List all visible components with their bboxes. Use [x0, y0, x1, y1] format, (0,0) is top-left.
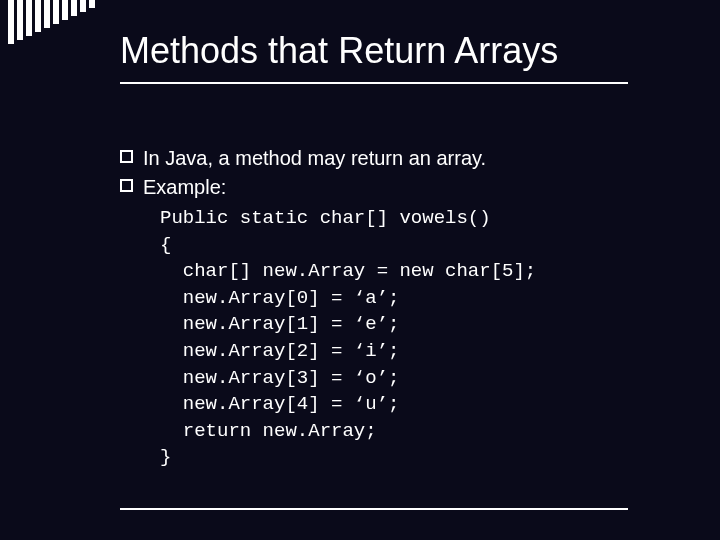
- slide-title: Methods that Return Arrays: [120, 30, 558, 72]
- bullet-item: In Java, a method may return an array.: [120, 145, 660, 172]
- code-block: Public static char[] vowels() { char[] n…: [160, 205, 660, 471]
- corner-bars-decoration: [8, 0, 95, 44]
- bullet-box-icon: [120, 150, 133, 163]
- bullet-text: In Java, a method may return an array.: [143, 145, 660, 172]
- title-underline: [120, 82, 628, 84]
- bullet-item: Example:: [120, 174, 660, 201]
- bullet-text: Example:: [143, 174, 660, 201]
- bullet-box-icon: [120, 179, 133, 192]
- slide-body: In Java, a method may return an array. E…: [120, 145, 660, 471]
- footer-line: [120, 508, 628, 510]
- slide: Methods that Return Arrays In Java, a me…: [0, 0, 720, 540]
